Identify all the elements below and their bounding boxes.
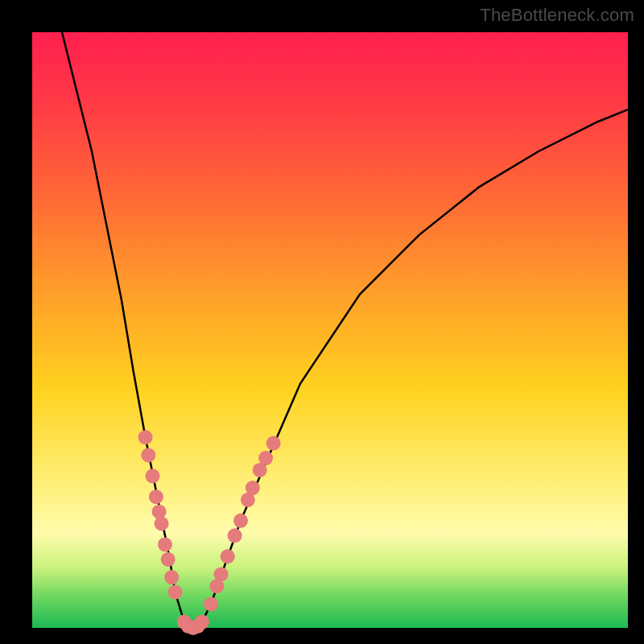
marker-dot (221, 549, 235, 564)
marker-dot (246, 481, 260, 495)
marker-dot (164, 570, 179, 584)
marker-dot (161, 552, 175, 567)
marker-dot (204, 597, 218, 611)
chart-svg (32, 32, 628, 628)
marker-dot (152, 505, 167, 519)
marker-dot (141, 448, 155, 462)
bottleneck-curve (62, 32, 628, 628)
marker-dot (138, 430, 153, 444)
marker-dot (155, 517, 169, 531)
marker-dot (146, 469, 160, 483)
watermark-text: TheBottleneck.com (480, 5, 634, 26)
marker-dot (158, 537, 172, 551)
marker-dot (214, 567, 229, 581)
marker-group (138, 430, 281, 635)
marker-dot (168, 585, 183, 600)
marker-dot (266, 436, 281, 451)
marker-dot (258, 451, 273, 465)
marker-dot (233, 514, 248, 528)
marker-dot (195, 615, 209, 630)
marker-dot (149, 489, 163, 504)
outer-frame: TheBottleneck.com (0, 0, 644, 644)
plot-area (32, 32, 628, 628)
marker-dot (228, 528, 242, 543)
